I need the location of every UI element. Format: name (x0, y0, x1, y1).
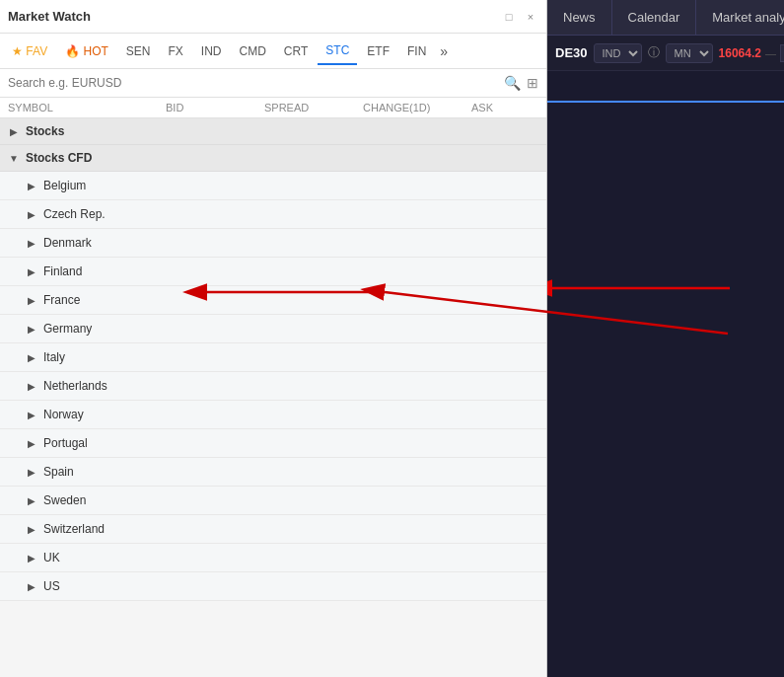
chevron-finland: ▶ (28, 266, 36, 277)
country-us[interactable]: ▶ US (0, 572, 546, 601)
group-stocks-label: Stocks (26, 124, 64, 138)
country-germany-label: Germany (43, 322, 92, 336)
country-us-label: US (43, 579, 60, 593)
tab-crt[interactable]: CRT (276, 38, 316, 64)
top-nav: News Calendar Market analy (547, 0, 784, 36)
tab-fin[interactable]: FIN (399, 38, 434, 64)
country-denmark-label: Denmark (43, 236, 92, 250)
country-czech-rep-label: Czech Rep. (43, 207, 106, 221)
tab-fav[interactable]: ★ FAV (4, 38, 55, 64)
nav-news[interactable]: News (547, 0, 612, 35)
chart-bid-price: 16064.2 (719, 46, 761, 60)
search-input[interactable] (8, 76, 498, 90)
title-icons: □ × (501, 9, 538, 25)
window-icon[interactable]: □ (501, 9, 517, 25)
col-spread: SPREAD (264, 102, 363, 113)
country-norway-label: Norway (43, 408, 84, 421)
chart-toolbar: DE30 IND ⓘ MN 16064.2 — − 1 + 16066.9 SL… (547, 36, 784, 71)
country-denmark[interactable]: ▶ Denmark (0, 229, 546, 258)
group-stocks-cfd[interactable]: ▼ Stocks CFD (0, 145, 546, 172)
tab-stc[interactable]: STC (318, 38, 357, 65)
grid-view-icon[interactable]: ⊞ (527, 75, 538, 91)
tab-fx[interactable]: FX (161, 38, 191, 64)
chart-price-line (547, 101, 784, 103)
chart-minus-btn[interactable]: − (780, 44, 784, 62)
search-icon[interactable]: 🔍 (504, 75, 521, 91)
col-bid: BID (166, 102, 264, 113)
chevron-sweden: ▶ (28, 495, 36, 506)
close-icon[interactable]: × (523, 9, 538, 25)
tab-more[interactable]: » (436, 38, 452, 65)
arrow-annotation (547, 71, 784, 677)
country-sweden-label: Sweden (43, 493, 86, 507)
chevron-portugal: ▶ (28, 438, 36, 449)
chevron-italy: ▶ (28, 352, 36, 363)
tab-bar: ★ FAV 🔥 HOT SEN FX IND CMD CRT STC ETF F… (0, 34, 546, 69)
country-finland-label: Finland (43, 264, 82, 278)
country-portugal[interactable]: ▶ Portugal (0, 429, 546, 458)
col-ask: ASK (471, 102, 550, 113)
chevron-stocks-cfd: ▼ (8, 152, 20, 164)
nav-calendar[interactable]: Calendar (612, 0, 697, 35)
country-portugal-label: Portugal (43, 436, 88, 450)
market-watch-panel: Market Watch □ × ★ FAV 🔥 HOT SEN FX IND … (0, 0, 547, 677)
chart-price-area: 16064.2 — − 1 + 16066.9 SL/ (719, 44, 784, 62)
right-panel: News Calendar Market analy DE30 IND ⓘ MN… (547, 0, 784, 677)
country-france[interactable]: ▶ France (0, 286, 546, 315)
panel-title: Market Watch (8, 9, 501, 24)
chart-dash: — (765, 47, 776, 59)
chart-info-icon[interactable]: ⓘ (648, 44, 660, 61)
chevron-belgium: ▶ (28, 181, 36, 191)
chevron-switzerland: ▶ (28, 524, 36, 535)
chart-area[interactable]: ⊡ f(x) + ✏ ▭ ∿ ⋮ T ⚙ ≡ ↗ (547, 71, 784, 677)
title-bar: Market Watch □ × (0, 0, 546, 34)
tab-ind[interactable]: IND (193, 38, 230, 64)
country-uk[interactable]: ▶ UK (0, 544, 546, 572)
chevron-czech-rep: ▶ (28, 209, 36, 220)
country-italy-label: Italy (43, 350, 65, 364)
country-spain[interactable]: ▶ Spain (0, 458, 546, 487)
country-spain-label: Spain (43, 465, 74, 479)
col-change: CHANGE(1D) (363, 102, 471, 113)
country-france-label: France (43, 293, 80, 307)
chevron-norway: ▶ (28, 410, 36, 420)
chevron-france: ▶ (28, 295, 36, 306)
country-netherlands-label: Netherlands (43, 379, 107, 393)
chevron-stocks: ▶ (8, 125, 20, 137)
tab-cmd[interactable]: CMD (232, 38, 274, 64)
chart-type-select[interactable]: IND (594, 43, 642, 63)
col-symbol: SYMBOL (8, 102, 166, 113)
nav-market-analysis[interactable]: Market analy (696, 0, 784, 35)
search-bar: 🔍 ⊞ (0, 69, 546, 98)
country-finland[interactable]: ▶ Finland (0, 258, 546, 286)
country-netherlands[interactable]: ▶ Netherlands (0, 372, 546, 401)
group-stocks-cfd-label: Stocks CFD (26, 151, 92, 165)
chevron-us: ▶ (28, 581, 36, 592)
tab-etf[interactable]: ETF (359, 38, 397, 64)
tab-sen[interactable]: SEN (118, 38, 159, 64)
country-italy[interactable]: ▶ Italy (0, 343, 546, 372)
country-switzerland[interactable]: ▶ Switzerland (0, 515, 546, 544)
group-stocks[interactable]: ▶ Stocks (0, 118, 546, 145)
chart-timeframe-select[interactable]: MN (666, 43, 713, 63)
country-belgium[interactable]: ▶ Belgium (0, 172, 546, 200)
country-germany[interactable]: ▶ Germany (0, 315, 546, 343)
chevron-denmark: ▶ (28, 238, 36, 249)
country-belgium-label: Belgium (43, 179, 86, 192)
country-norway[interactable]: ▶ Norway (0, 401, 546, 429)
chart-symbol: DE30 (555, 45, 588, 60)
country-switzerland-label: Switzerland (43, 522, 105, 536)
chevron-germany: ▶ (28, 324, 36, 335)
country-czech-rep[interactable]: ▶ Czech Rep. (0, 200, 546, 229)
country-sweden[interactable]: ▶ Sweden (0, 487, 546, 515)
country-uk-label: UK (43, 551, 60, 564)
chevron-uk: ▶ (28, 553, 36, 564)
table-content: ▶ Stocks ▼ Stocks CFD ▶ Belgium ▶ Czech … (0, 118, 546, 677)
chevron-netherlands: ▶ (28, 381, 36, 392)
tab-hot[interactable]: 🔥 HOT (57, 38, 116, 64)
chevron-spain: ▶ (28, 467, 36, 478)
column-headers: SYMBOL BID SPREAD CHANGE(1D) ASK (0, 98, 546, 118)
